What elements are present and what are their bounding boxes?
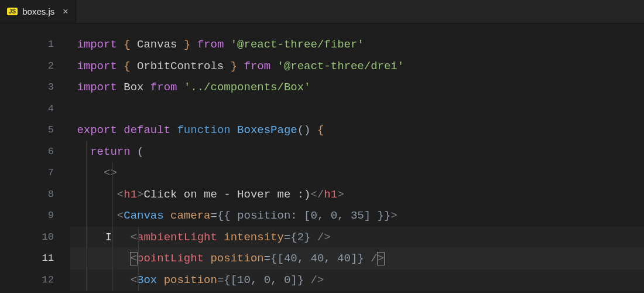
code-line[interactable]: <h1>Click on me - Hover me :)</h1> bbox=[70, 184, 644, 206]
line-number: 2 bbox=[0, 56, 70, 77]
code-line-active[interactable]: <pointLight position={[40, 40, 40]} /> bbox=[70, 248, 644, 270]
line-number: 11 bbox=[0, 248, 70, 270]
code-line[interactable]: import { OrbitControls } from '@react-th… bbox=[70, 56, 644, 77]
line-number: 9 bbox=[0, 205, 70, 227]
line-number: 5 bbox=[0, 120, 70, 141]
line-number: 12 bbox=[0, 270, 70, 291]
line-number: 4 bbox=[0, 98, 70, 120]
tab-filename: boxes.js bbox=[22, 6, 54, 16]
code-line[interactable]: return ( bbox=[70, 141, 644, 163]
close-icon[interactable]: × bbox=[63, 6, 68, 17]
line-number: 6 bbox=[0, 141, 70, 163]
code-editor[interactable]: 1 2 3 4 5 6 7 8 9 10 11 12 import { Canv… bbox=[0, 23, 644, 293]
code-line[interactable]: export default function BoxesPage() { bbox=[70, 120, 644, 141]
code-line[interactable]: import Box from '../components/Box' bbox=[70, 77, 644, 98]
code-line[interactable]: <Box position={[10, 0, 0]} /> bbox=[70, 270, 644, 291]
line-number: 8 bbox=[0, 184, 70, 206]
line-number-gutter: 1 2 3 4 5 6 7 8 9 10 11 12 bbox=[0, 23, 70, 293]
code-area[interactable]: import { Canvas } from '@react-three/fib… bbox=[70, 23, 644, 293]
line-number: 1 bbox=[0, 34, 70, 56]
code-line[interactable]: I <ambientLight intensity={2} /> bbox=[70, 227, 644, 248]
js-file-icon: JS bbox=[7, 8, 18, 15]
code-line[interactable]: <> bbox=[70, 162, 644, 184]
line-number: 3 bbox=[0, 77, 70, 98]
line-number: 10 bbox=[0, 227, 70, 248]
tab-bar: JS boxes.js × bbox=[0, 0, 644, 23]
tab-boxes-js[interactable]: JS boxes.js × bbox=[0, 0, 76, 23]
code-line[interactable] bbox=[70, 98, 644, 120]
code-line[interactable]: import { Canvas } from '@react-three/fib… bbox=[70, 34, 644, 56]
code-line[interactable]: <Canvas camera={{ position: [0, 0, 35] }… bbox=[70, 205, 644, 227]
line-number: 7 bbox=[0, 162, 70, 184]
tab-bar-empty bbox=[76, 0, 644, 23]
text-cursor-icon: I bbox=[105, 227, 112, 248]
selection-end-icon: > bbox=[377, 252, 385, 265]
